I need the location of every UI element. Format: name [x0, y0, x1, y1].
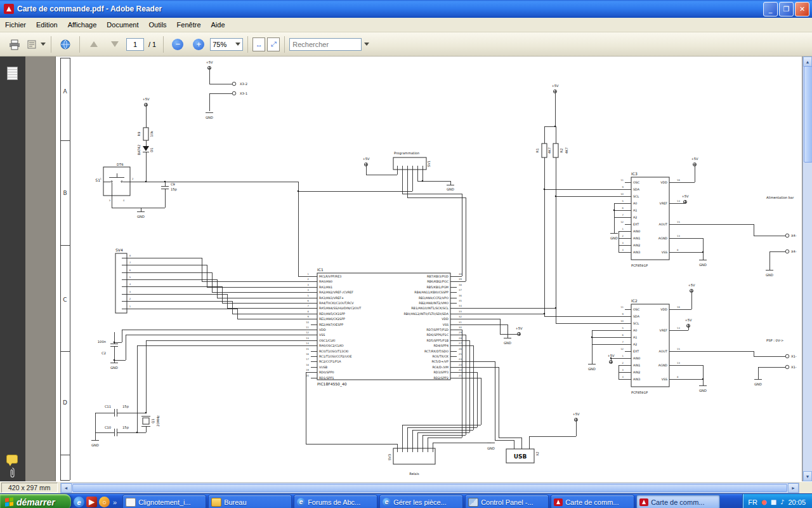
- zoom-out-button[interactable]: −: [168, 35, 187, 54]
- previous-page-button[interactable]: [84, 35, 103, 54]
- svg-text:19: 19: [306, 368, 309, 371]
- display-icon[interactable]: ■: [771, 498, 776, 505]
- svg-text:26: 26: [459, 347, 462, 351]
- language-indicator[interactable]: FR: [748, 498, 757, 506]
- svg-text:25: 25: [459, 352, 462, 356]
- window-title: Carte de commande.pdf - Adobe Reader: [17, 4, 763, 13]
- svg-text:GND: GND: [610, 236, 618, 240]
- menu-fichier[interactable]: Fichier: [0, 19, 31, 30]
- svg-text:A2: A2: [633, 343, 637, 346]
- r1-value: 4K7: [547, 147, 551, 154]
- document-canvas[interactable]: A B C D: [56, 57, 802, 481]
- row-label: B: [63, 190, 67, 196]
- print-button[interactable]: [5, 35, 24, 54]
- collaborate-button[interactable]: [56, 35, 75, 54]
- svg-text:18: 18: [306, 363, 309, 366]
- relais-label: Relais: [409, 472, 419, 476]
- close-button[interactable]: ✕: [795, 2, 809, 17]
- svg-text:RE1/AN6/CK2SPP: RE1/AN6/CK2SPP: [319, 318, 345, 321]
- vertical-scrollbar[interactable]: ▲ ▼: [802, 57, 812, 481]
- minimize-button[interactable]: _: [763, 2, 778, 17]
- scroll-up-button[interactable]: ▲: [803, 57, 812, 67]
- fit-page-button[interactable]: ⤢: [267, 37, 280, 51]
- status-bar: 420 x 297 mm ◄ ►: [0, 481, 812, 493]
- chevron-down-icon: [41, 43, 46, 46]
- next-page-button[interactable]: [105, 35, 124, 54]
- menu-aide[interactable]: Aide: [206, 19, 230, 30]
- start-button[interactable]: démarrer: [0, 494, 71, 508]
- arrow-up-icon: [90, 41, 98, 47]
- svg-text:31: 31: [459, 321, 462, 324]
- svg-text:SCL: SCL: [633, 322, 639, 325]
- svg-text:8: 8: [308, 310, 310, 313]
- zoom-in-button[interactable]: +: [189, 35, 208, 54]
- control-panel-icon: [468, 498, 478, 507]
- programmation-label: Programmation: [394, 151, 419, 156]
- menu-document[interactable]: Document: [102, 19, 143, 30]
- page-number-input[interactable]: [126, 38, 144, 51]
- search-input[interactable]: [289, 38, 362, 51]
- adobe-reader-icon: [639, 498, 648, 506]
- d1-diode-icon: [143, 146, 149, 151]
- taskbar-button-control-panel[interactable]: Control Panel -...: [465, 495, 549, 508]
- svg-text:A0: A0: [633, 202, 637, 205]
- vertical-scroll-thumb[interactable]: [804, 66, 812, 163]
- export-button[interactable]: [26, 35, 46, 54]
- svg-text:24: 24: [459, 358, 462, 361]
- q1-ref: Q1: [151, 418, 155, 423]
- internet-explorer-icon[interactable]: e: [74, 497, 84, 507]
- s1-pin: 4: [123, 199, 125, 202]
- svg-text:5: 5: [622, 326, 624, 330]
- menu-fenetre[interactable]: Fenêtre: [172, 19, 206, 30]
- taskbar-button-gerer[interactable]: eGérer les pièce...: [379, 495, 463, 508]
- taskbar-button-clignotement[interactable]: Clignotement_i...: [122, 495, 206, 508]
- capacitor-plates: [110, 186, 169, 436]
- taskbar-button-forums[interactable]: eForums de Abc...: [294, 495, 377, 508]
- svg-text:33: 33: [459, 310, 462, 313]
- svg-text:GND: GND: [754, 382, 762, 386]
- zoom-level-select[interactable]: 75%: [210, 38, 243, 51]
- fit-width-button[interactable]: ↔: [252, 37, 265, 51]
- c10-value: 15p: [122, 425, 129, 430]
- taskbar-button-carte-1[interactable]: Carte de comm...: [551, 495, 634, 508]
- volume-icon[interactable]: ♪: [780, 498, 784, 505]
- svg-text:+5V: +5V: [142, 97, 150, 101]
- svg-text:1: 1: [622, 227, 624, 231]
- svg-text:AIN2: AIN2: [633, 371, 640, 374]
- maximize-button[interactable]: ❐: [779, 2, 794, 17]
- taskbar-button-bureau[interactable]: Bureau: [208, 495, 292, 508]
- taskbar-button-carte-2-active[interactable]: Carte de comm...: [636, 495, 720, 508]
- comments-panel-icon[interactable]: [6, 455, 18, 464]
- svg-text:+5V: +5V: [206, 60, 213, 64]
- svg-text:20: 20: [306, 374, 309, 377]
- antivirus-icon[interactable]: ●: [761, 498, 767, 505]
- pages-panel-icon[interactable]: [7, 67, 18, 80]
- svg-text:RA0/AN0: RA0/AN0: [319, 280, 332, 283]
- d1-value: BAT42: [137, 145, 141, 155]
- menu-affichage[interactable]: Affichage: [63, 19, 102, 30]
- row-label: C: [63, 297, 67, 303]
- svg-text:29: 29: [459, 331, 462, 334]
- clock[interactable]: 20:05: [788, 498, 806, 506]
- x1-label: X1-: [791, 354, 797, 358]
- horizontal-scrollbar[interactable]: ◄ ►: [60, 483, 799, 493]
- attachments-panel-icon[interactable]: [8, 466, 16, 479]
- media-player-icon[interactable]: ▶: [86, 497, 97, 507]
- svg-text:RD4/SPP4: RD4/SPP4: [433, 344, 449, 347]
- svg-text:22: 22: [459, 368, 462, 371]
- svg-text:+5V: +5V: [684, 318, 692, 322]
- scroll-down-button[interactable]: ▼: [803, 471, 812, 481]
- menu-edition[interactable]: Edition: [31, 19, 63, 30]
- scroll-left-button[interactable]: ◄: [61, 483, 72, 493]
- horizontal-scroll-thumb[interactable]: [72, 484, 787, 492]
- menu-outils[interactable]: Outils: [143, 19, 171, 30]
- svg-text:4: 4: [129, 283, 131, 286]
- r1-body: [542, 144, 547, 157]
- svg-text:14: 14: [306, 342, 309, 345]
- system-tray: FR ● ■ ♪ 20:05: [742, 494, 812, 508]
- scroll-right-button[interactable]: ►: [788, 483, 799, 493]
- firefox-icon[interactable]: ○: [99, 497, 110, 507]
- quick-launch-overflow[interactable]: »: [112, 498, 118, 506]
- row-label: D: [63, 399, 67, 406]
- svg-text:2: 2: [308, 277, 310, 281]
